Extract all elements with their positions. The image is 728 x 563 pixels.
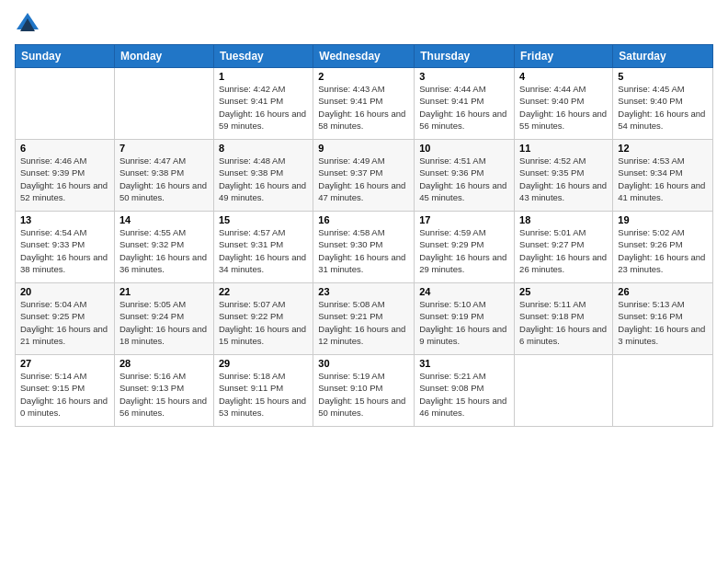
calendar-week-row: 1Sunrise: 4:42 AM Sunset: 9:41 PM Daylig…	[16, 68, 713, 140]
cell-content: Sunrise: 4:59 AM Sunset: 9:29 PM Dayligh…	[419, 226, 509, 275]
calendar-cell: 21Sunrise: 5:05 AM Sunset: 9:24 PM Dayli…	[114, 283, 213, 355]
day-number: 9	[318, 143, 409, 154]
day-number: 17	[419, 214, 509, 225]
cell-content: Sunrise: 5:18 AM Sunset: 9:11 PM Dayligh…	[219, 370, 308, 419]
calendar-day-header: Monday	[114, 45, 213, 68]
day-number: 29	[219, 358, 308, 369]
calendar-cell: 16Sunrise: 4:58 AM Sunset: 9:30 PM Dayli…	[313, 212, 415, 283]
cell-content: Sunrise: 4:51 AM Sunset: 9:36 PM Dayligh…	[419, 155, 509, 203]
day-number: 13	[20, 214, 109, 225]
day-number: 31	[419, 358, 509, 369]
day-number: 30	[318, 358, 409, 369]
calendar-week-row: 6Sunrise: 4:46 AM Sunset: 9:39 PM Daylig…	[16, 140, 713, 212]
calendar-cell: 27Sunrise: 5:14 AM Sunset: 9:15 PM Dayli…	[16, 355, 115, 427]
cell-content: Sunrise: 5:02 AM Sunset: 9:26 PM Dayligh…	[618, 226, 708, 275]
calendar-cell: 18Sunrise: 5:01 AM Sunset: 9:27 PM Dayli…	[515, 212, 613, 283]
calendar-cell: 15Sunrise: 4:57 AM Sunset: 9:31 PM Dayli…	[213, 212, 313, 283]
cell-content: Sunrise: 5:16 AM Sunset: 9:13 PM Dayligh…	[119, 370, 209, 419]
day-number: 10	[419, 143, 509, 154]
cell-content: Sunrise: 4:43 AM Sunset: 9:41 PM Dayligh…	[318, 83, 409, 132]
day-number: 20	[20, 286, 109, 297]
cell-content: Sunrise: 4:47 AM Sunset: 9:38 PM Dayligh…	[119, 155, 209, 203]
calendar-cell: 4Sunrise: 4:44 AM Sunset: 9:40 PM Daylig…	[515, 68, 613, 140]
calendar-day-header: Saturday	[613, 45, 713, 68]
page: SundayMondayTuesdayWednesdayThursdayFrid…	[0, 0, 728, 563]
day-number: 14	[119, 214, 209, 225]
day-number: 2	[318, 71, 409, 82]
cell-content: Sunrise: 5:04 AM Sunset: 9:25 PM Dayligh…	[20, 298, 109, 347]
calendar-week-row: 27Sunrise: 5:14 AM Sunset: 9:15 PM Dayli…	[16, 355, 713, 427]
cell-content: Sunrise: 4:44 AM Sunset: 9:41 PM Dayligh…	[419, 83, 509, 132]
calendar-cell: 28Sunrise: 5:16 AM Sunset: 9:13 PM Dayli…	[114, 355, 213, 427]
calendar-day-header: Sunday	[16, 45, 115, 68]
cell-content: Sunrise: 5:01 AM Sunset: 9:27 PM Dayligh…	[519, 226, 608, 275]
cell-content: Sunrise: 4:58 AM Sunset: 9:30 PM Dayligh…	[318, 226, 409, 275]
day-number: 24	[419, 286, 509, 297]
calendar-cell: 24Sunrise: 5:10 AM Sunset: 9:19 PM Dayli…	[415, 283, 515, 355]
calendar-cell: 20Sunrise: 5:04 AM Sunset: 9:25 PM Dayli…	[16, 283, 115, 355]
calendar-cell	[114, 68, 213, 140]
cell-content: Sunrise: 5:13 AM Sunset: 9:16 PM Dayligh…	[618, 298, 708, 347]
calendar-cell: 25Sunrise: 5:11 AM Sunset: 9:18 PM Dayli…	[515, 283, 613, 355]
calendar-cell	[16, 68, 115, 140]
day-number: 4	[519, 71, 608, 82]
calendar-cell: 11Sunrise: 4:52 AM Sunset: 9:35 PM Dayli…	[515, 140, 613, 212]
day-number: 28	[119, 358, 209, 369]
calendar-cell: 13Sunrise: 4:54 AM Sunset: 9:33 PM Dayli…	[16, 212, 115, 283]
day-number: 8	[219, 143, 308, 154]
day-number: 22	[219, 286, 308, 297]
calendar-table: SundayMondayTuesdayWednesdayThursdayFrid…	[15, 44, 713, 427]
calendar-cell: 12Sunrise: 4:53 AM Sunset: 9:34 PM Dayli…	[613, 140, 713, 212]
day-number: 18	[519, 214, 608, 225]
day-number: 3	[419, 71, 509, 82]
day-number: 23	[318, 286, 409, 297]
cell-content: Sunrise: 5:19 AM Sunset: 9:10 PM Dayligh…	[318, 370, 409, 419]
day-number: 25	[519, 286, 608, 297]
calendar-cell: 10Sunrise: 4:51 AM Sunset: 9:36 PM Dayli…	[415, 140, 515, 212]
day-number: 12	[618, 143, 708, 154]
calendar-day-header: Tuesday	[213, 45, 313, 68]
day-number: 26	[618, 286, 708, 297]
calendar-cell: 29Sunrise: 5:18 AM Sunset: 9:11 PM Dayli…	[213, 355, 313, 427]
calendar-week-row: 20Sunrise: 5:04 AM Sunset: 9:25 PM Dayli…	[16, 283, 713, 355]
calendar-cell: 2Sunrise: 4:43 AM Sunset: 9:41 PM Daylig…	[313, 68, 415, 140]
cell-content: Sunrise: 4:55 AM Sunset: 9:32 PM Dayligh…	[119, 226, 209, 275]
cell-content: Sunrise: 4:46 AM Sunset: 9:39 PM Dayligh…	[20, 155, 109, 203]
day-number: 27	[20, 358, 109, 369]
cell-content: Sunrise: 4:54 AM Sunset: 9:33 PM Dayligh…	[20, 226, 109, 275]
day-number: 21	[119, 286, 209, 297]
cell-content: Sunrise: 5:05 AM Sunset: 9:24 PM Dayligh…	[119, 298, 209, 347]
calendar-cell	[515, 355, 613, 427]
calendar-cell: 23Sunrise: 5:08 AM Sunset: 9:21 PM Dayli…	[313, 283, 415, 355]
day-number: 16	[318, 214, 409, 225]
header	[15, 11, 713, 37]
cell-content: Sunrise: 5:14 AM Sunset: 9:15 PM Dayligh…	[20, 370, 109, 419]
calendar-day-header: Wednesday	[313, 45, 415, 68]
calendar-cell: 1Sunrise: 4:42 AM Sunset: 9:41 PM Daylig…	[213, 68, 313, 140]
calendar-cell: 30Sunrise: 5:19 AM Sunset: 9:10 PM Dayli…	[313, 355, 415, 427]
calendar-cell: 5Sunrise: 4:45 AM Sunset: 9:40 PM Daylig…	[613, 68, 713, 140]
cell-content: Sunrise: 4:49 AM Sunset: 9:37 PM Dayligh…	[318, 155, 409, 203]
cell-content: Sunrise: 4:52 AM Sunset: 9:35 PM Dayligh…	[519, 155, 608, 203]
cell-content: Sunrise: 4:53 AM Sunset: 9:34 PM Dayligh…	[618, 155, 708, 203]
calendar-cell: 31Sunrise: 5:21 AM Sunset: 9:08 PM Dayli…	[415, 355, 515, 427]
calendar-cell: 3Sunrise: 4:44 AM Sunset: 9:41 PM Daylig…	[415, 68, 515, 140]
calendar-cell	[613, 355, 713, 427]
cell-content: Sunrise: 4:48 AM Sunset: 9:38 PM Dayligh…	[219, 155, 308, 203]
cell-content: Sunrise: 4:44 AM Sunset: 9:40 PM Dayligh…	[519, 83, 608, 132]
calendar-cell: 17Sunrise: 4:59 AM Sunset: 9:29 PM Dayli…	[415, 212, 515, 283]
calendar-cell: 19Sunrise: 5:02 AM Sunset: 9:26 PM Dayli…	[613, 212, 713, 283]
cell-content: Sunrise: 5:11 AM Sunset: 9:18 PM Dayligh…	[519, 298, 608, 347]
calendar-cell: 9Sunrise: 4:49 AM Sunset: 9:37 PM Daylig…	[313, 140, 415, 212]
calendar-day-header: Thursday	[415, 45, 515, 68]
calendar-cell: 22Sunrise: 5:07 AM Sunset: 9:22 PM Dayli…	[213, 283, 313, 355]
logo-icon	[15, 11, 40, 37]
cell-content: Sunrise: 4:57 AM Sunset: 9:31 PM Dayligh…	[219, 226, 308, 275]
calendar-week-row: 13Sunrise: 4:54 AM Sunset: 9:33 PM Dayli…	[16, 212, 713, 283]
day-number: 5	[618, 71, 708, 82]
calendar-cell: 7Sunrise: 4:47 AM Sunset: 9:38 PM Daylig…	[114, 140, 213, 212]
cell-content: Sunrise: 5:07 AM Sunset: 9:22 PM Dayligh…	[219, 298, 308, 347]
cell-content: Sunrise: 4:45 AM Sunset: 9:40 PM Dayligh…	[618, 83, 708, 132]
cell-content: Sunrise: 5:08 AM Sunset: 9:21 PM Dayligh…	[318, 298, 409, 347]
calendar-cell: 6Sunrise: 4:46 AM Sunset: 9:39 PM Daylig…	[16, 140, 115, 212]
